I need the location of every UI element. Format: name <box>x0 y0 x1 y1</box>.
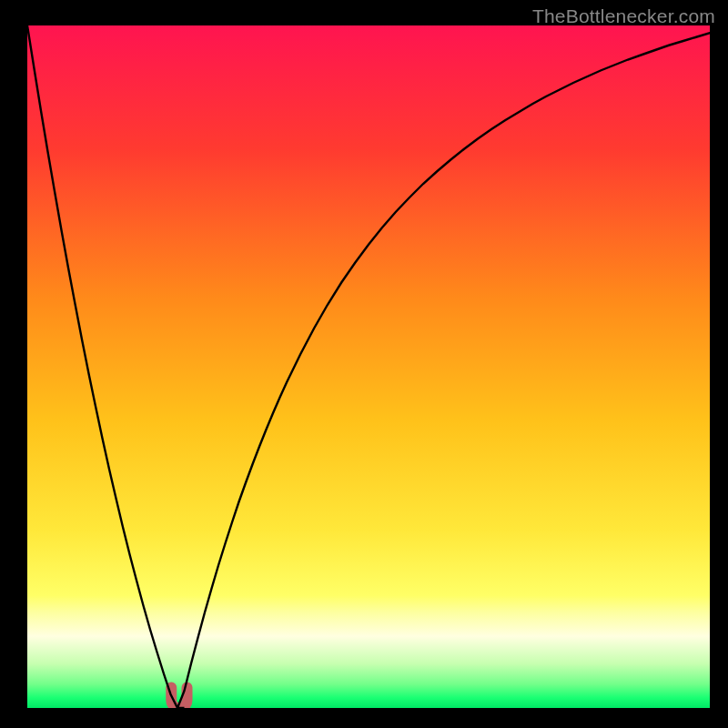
watermark-label: TheBottlenecker.com <box>532 5 715 27</box>
chart-frame: TheBottlenecker.com <box>0 0 728 728</box>
gradient-background <box>27 25 710 708</box>
bottleneck-chart <box>27 25 710 708</box>
